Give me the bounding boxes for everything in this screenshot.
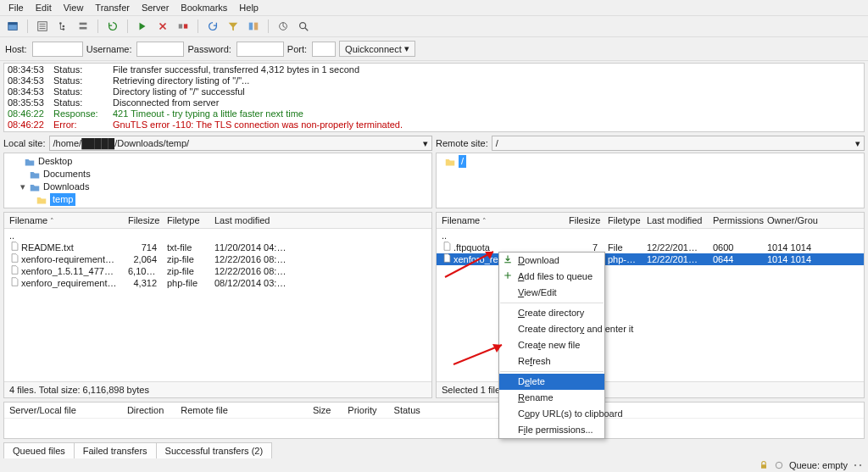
list-item[interactable]: .. — [437, 230, 864, 242]
process-queue-icon[interactable] — [135, 19, 150, 34]
ctx-delete[interactable]: Delete — [499, 374, 604, 390]
col-filename[interactable]: Filename — [437, 215, 564, 225]
ctx-copy-url[interactable]: Copy URL(s) to clipboard — [499, 406, 604, 422]
col-direction[interactable]: Direction — [127, 405, 164, 415]
menu-transfer[interactable]: Transfer — [95, 3, 130, 13]
col-status[interactable]: Status — [394, 405, 420, 415]
message-log: 08:34:53Status:File transfer successful,… — [3, 63, 865, 132]
col-permissions[interactable]: Permissions — [708, 215, 762, 225]
ctx-create-dir[interactable]: Create directory — [499, 305, 604, 321]
svg-point-28 — [860, 464, 861, 466]
filter-icon[interactable] — [225, 19, 241, 34]
indicator-icon — [774, 460, 784, 470]
list-item[interactable]: xenforo_requirements.php4,312php-file08/… — [4, 277, 431, 289]
toggle-queue-icon[interactable] — [75, 19, 91, 34]
menu-help[interactable]: Help — [239, 3, 259, 13]
sync-browse-icon[interactable] — [275, 19, 291, 34]
disconnect-icon[interactable] — [175, 19, 191, 34]
list-item[interactable]: xenforo_1.5.11_477AED49F3..f…6,109,808zi… — [4, 265, 431, 277]
compare-icon[interactable] — [246, 19, 261, 34]
svg-rect-16 — [254, 23, 258, 31]
col-size[interactable]: Size — [313, 405, 331, 415]
quickconnect-button[interactable]: Quickconnect▾ — [339, 41, 415, 57]
password-input[interactable] — [236, 42, 284, 57]
svg-rect-15 — [249, 23, 253, 31]
tab-failed[interactable]: Failed transfers — [75, 442, 157, 458]
col-filetype[interactable]: Filetype — [603, 215, 642, 225]
remote-site-label: Remote site: — [436, 138, 488, 148]
col-owner[interactable]: Owner/Grou — [762, 215, 821, 225]
port-label: Port: — [287, 44, 307, 54]
ctx-refresh[interactable]: Refresh — [499, 353, 604, 369]
local-tree[interactable]: Desktop Documents ▾Downloads temp — [3, 153, 432, 208]
svg-rect-25 — [761, 464, 766, 469]
svg-point-7 — [63, 25, 65, 28]
svg-rect-1 — [8, 23, 18, 25]
svg-line-19 — [305, 28, 309, 31]
col-priority[interactable]: Priority — [348, 405, 376, 415]
chevron-down-icon: ▾ — [404, 43, 409, 54]
col-server-local[interactable]: Server/Local file — [9, 405, 76, 415]
queue-tabs: Queued files Failed transfers Successful… — [3, 442, 865, 458]
col-filetype[interactable]: Filetype — [162, 215, 209, 225]
list-item[interactable]: .. — [4, 230, 431, 242]
queue-label: Queue: empty — [789, 460, 848, 470]
menu-file[interactable]: File — [8, 3, 24, 13]
remote-site-select[interactable]: /▾ — [492, 136, 865, 151]
context-menu: Download Add files to queue View/Edit Cr… — [498, 252, 605, 439]
host-input[interactable] — [32, 42, 83, 57]
svg-rect-14 — [184, 24, 187, 28]
ctx-create-dir-enter[interactable]: Create directory and enter it — [499, 321, 604, 337]
list-item[interactable]: README.txt714txt-file11/20/2014 04:… — [4, 242, 431, 253]
menu-bar: File Edit View Transfer Server Bookmarks… — [0, 0, 868, 16]
local-status: 4 files. Total size: 6,116,898 bytes — [4, 381, 431, 397]
local-site-select[interactable]: /home/█████/Downloads/temp/▾ — [49, 136, 432, 151]
local-file-list[interactable]: Filename Filesize Filetype Last modified… — [3, 212, 432, 398]
menu-bookmarks[interactable]: Bookmarks — [181, 3, 227, 13]
menu-server[interactable]: Server — [142, 3, 169, 13]
ctx-rename[interactable]: Rename — [499, 390, 604, 406]
transfer-queue: Server/Local file Direction Remote file … — [3, 402, 865, 439]
chevron-down-icon: ▾ — [855, 138, 860, 149]
toolbar — [0, 16, 868, 37]
port-input[interactable] — [312, 42, 336, 57]
tab-queued[interactable]: Queued files — [3, 442, 75, 458]
cancel-icon[interactable] — [155, 19, 170, 34]
status-bar: Queue: empty — [759, 458, 863, 472]
remote-tree[interactable]: / — [436, 153, 865, 208]
col-filename[interactable]: Filename — [4, 215, 123, 225]
menu-edit[interactable]: Edit — [36, 3, 52, 13]
local-pane: Local site: /home/█████/Downloads/temp/▾… — [3, 136, 432, 398]
svg-point-27 — [854, 464, 856, 466]
ctx-download[interactable]: Download — [499, 253, 604, 269]
refresh-icon[interactable] — [105, 19, 120, 34]
indicator-dots-icon — [853, 460, 863, 470]
col-modified[interactable]: Last modified — [642, 215, 708, 225]
svg-point-26 — [776, 462, 782, 469]
col-remote-file[interactable]: Remote file — [181, 405, 228, 415]
toggle-log-icon[interactable] — [35, 19, 50, 34]
ctx-file-permissions[interactable]: File permissions... — [499, 422, 604, 438]
ctx-view-edit[interactable]: View/Edit — [499, 285, 604, 301]
menu-view[interactable]: View — [64, 3, 84, 13]
svg-rect-13 — [179, 24, 182, 28]
ctx-create-file[interactable]: Create new file — [499, 337, 604, 353]
svg-rect-10 — [80, 27, 87, 30]
host-label: Host: — [5, 44, 27, 54]
quickconnect-bar: Host: Username: Password: Port: Quickcon… — [0, 37, 868, 61]
col-filesize[interactable]: Filesize — [564, 215, 603, 225]
ctx-add-queue[interactable]: Add files to queue — [499, 269, 604, 285]
tab-successful[interactable]: Successful transfers (2) — [157, 442, 273, 458]
search-icon[interactable] — [296, 19, 311, 34]
chevron-down-icon: ▾ — [423, 138, 428, 149]
col-filesize[interactable]: Filesize — [123, 215, 162, 225]
list-item[interactable]: xenforo-requirements-test.zip2,064zip-fi… — [4, 253, 431, 265]
reconnect-icon[interactable] — [205, 19, 220, 34]
site-manager-icon[interactable] — [5, 19, 20, 34]
toggle-tree-icon[interactable] — [55, 19, 70, 34]
col-modified[interactable]: Last modified — [209, 215, 294, 225]
username-input[interactable] — [136, 42, 184, 57]
password-label: Password: — [187, 44, 231, 54]
svg-point-18 — [300, 23, 306, 29]
svg-rect-9 — [80, 23, 87, 25]
